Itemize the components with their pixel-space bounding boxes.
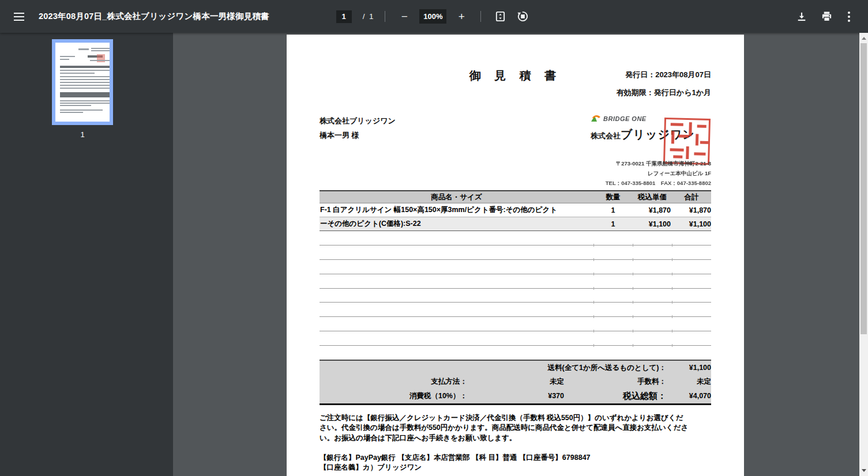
more-options-icon[interactable] (844, 12, 854, 22)
summary-payment-row: 支払方法： 未定 手数料： 未定 (320, 375, 711, 390)
issuer-address-line1: 〒273-0021 千葉県船橋市海神町2-21-8 (616, 160, 711, 168)
header-unit-price: 税込単価 (633, 192, 672, 202)
summary-shipping-row: 送料(全て1か所へ送るものとして)： ¥1,100 (320, 361, 711, 375)
issuer-address-line2: レフィーエ本中山ビル 1F (648, 170, 711, 177)
table-cell: 1 (593, 220, 633, 228)
summary-box: 送料(全て1か所へ送るものとして)： ¥1,100 支払方法： 未定 手数料： … (320, 360, 711, 405)
fee-value: 未定 (666, 377, 711, 387)
thumbnail-preview[interactable] (52, 39, 113, 125)
vertical-scrollbar[interactable] (859, 33, 868, 476)
empty-table-row (320, 260, 711, 274)
fee-label: 手数料： (564, 377, 666, 387)
header-quantity: 数量 (593, 192, 633, 202)
pdf-viewer-window: 2023年08月07日_株式会社ブリッジワン橋本一男様御見積書 / 1 − 10… (0, 0, 868, 476)
pdf-page: 御 見 積 書 発行日：2023年08月07日 有効期限：発行日から1か月 株式… (287, 35, 744, 476)
items-table-header: 商品名・サイズ 数量 税込単価 合計 (320, 190, 711, 203)
empty-table-row (320, 303, 711, 317)
column-tick (672, 344, 672, 347)
column-tick (593, 344, 594, 347)
empty-table-row (320, 231, 711, 245)
document-viewport[interactable]: 御 見 積 書 発行日：2023年08月07日 有効期限：発行日から1か月 株式… (173, 33, 859, 476)
payment-method-label: 支払方法： (320, 377, 467, 387)
empty-table-row (320, 331, 711, 346)
table-cell: F-1 白アクリルサイン 幅150×高150×厚3mm/ピクト番号:その他のピク… (320, 205, 593, 215)
validity-period: 有効期限：発行日から1か月 (617, 88, 711, 98)
empty-table-row (320, 245, 711, 260)
scroll-up-icon[interactable] (859, 34, 868, 43)
scroll-down-icon[interactable] (859, 466, 868, 475)
table-cell: ¥1,100 (672, 220, 711, 228)
table-cell: ¥1,100 (633, 220, 672, 228)
rotate-icon[interactable] (515, 9, 530, 24)
zoom-out-button[interactable]: − (397, 9, 412, 24)
toolbar: 2023年08月07日_株式会社ブリッジワン橋本一男様御見積書 / 1 − 10… (0, 0, 868, 33)
recipient-company: 株式会社ブリッジワン (320, 116, 396, 126)
table-row: F-1 白アクリルサイン 幅150×高150×厚3mm/ピクト番号:その他のピク… (320, 203, 711, 217)
header-product: 商品名・サイズ (320, 192, 593, 202)
table-cell: ーその他のピクト(C価格):S-22 (320, 219, 593, 229)
page-number-input[interactable] (336, 10, 352, 23)
empty-rows (320, 231, 711, 346)
logo-icon (591, 114, 601, 123)
grand-total-value: ¥4,070 (666, 392, 711, 400)
logo-brand-text: BRIDGE ONE (603, 115, 647, 122)
payment-notes: ご注文時には【銀行振込／クレジットカード決済／代金引換（手数料 税込550円）】… (320, 413, 713, 443)
issuer-address-line3: TEL：047-335-8801 FAX：047-335-8802 (606, 180, 711, 187)
items-table: 商品名・サイズ 数量 税込単価 合計 F-1 白アクリルサイン 幅150×高15… (320, 190, 711, 346)
toolbar-divider (480, 11, 481, 22)
table-cell: 1 (593, 206, 633, 214)
payment-method-value: 未定 (467, 377, 564, 387)
bank-info-line1: 【銀行名】PayPay銀行 【支店名】本店営業部 【科 目】普通 【口座番号】6… (320, 453, 713, 463)
items-rows: F-1 白アクリルサイン 幅150×高150×厚3mm/ピクト番号:その他のピク… (320, 203, 711, 231)
recipient-name: 橋本一男 様 (320, 130, 359, 141)
company-stamp (663, 118, 711, 165)
thumbnail-sidebar: 1 (0, 33, 173, 476)
header-total: 合計 (672, 192, 711, 202)
tax-value: ¥370 (467, 392, 564, 400)
thumbnail-page-number: 1 (52, 130, 113, 139)
issue-date: 発行日：2023年08月07日 (625, 70, 711, 80)
scrollbar-thumb[interactable] (861, 43, 867, 334)
grand-total-label: 税込総額： (564, 391, 666, 402)
empty-table-row (320, 317, 711, 331)
menu-icon[interactable] (12, 10, 26, 24)
issuer-block: BRIDGE ONE 株式会社ブリッジワン (591, 114, 711, 186)
empty-table-row (320, 274, 711, 289)
print-icon[interactable] (819, 9, 834, 24)
bank-info-line2: 【口座名義】カ）ブリッジワン (320, 463, 713, 473)
empty-table-row (320, 289, 711, 303)
table-cell: ¥1,870 (633, 206, 672, 214)
tax-label: 消費税（10%）： (320, 391, 467, 401)
download-icon[interactable] (794, 9, 809, 24)
table-row: ーその他のピクト(C価格):S-221¥1,100¥1,100 (320, 217, 711, 231)
column-tick (633, 344, 633, 347)
zoom-level-display[interactable]: 100% (419, 9, 446, 24)
table-cell: ¥1,870 (672, 206, 711, 214)
page-count-label: / 1 (363, 12, 374, 21)
page-thumbnail[interactable]: 1 (52, 39, 113, 139)
shipping-label: 送料(全て1か所へ送るものとして)： (320, 363, 666, 373)
zoom-in-button[interactable]: + (454, 9, 469, 24)
shipping-value: ¥1,100 (666, 364, 711, 372)
fit-to-page-icon[interactable] (493, 9, 508, 24)
document-title: 2023年08月07日_株式会社ブリッジワン橋本一男様御見積書 (39, 11, 269, 22)
summary-tax-row: 消費税（10%）： ¥370 税込総額： ¥4,070 (320, 389, 711, 403)
toolbar-divider (385, 11, 385, 22)
